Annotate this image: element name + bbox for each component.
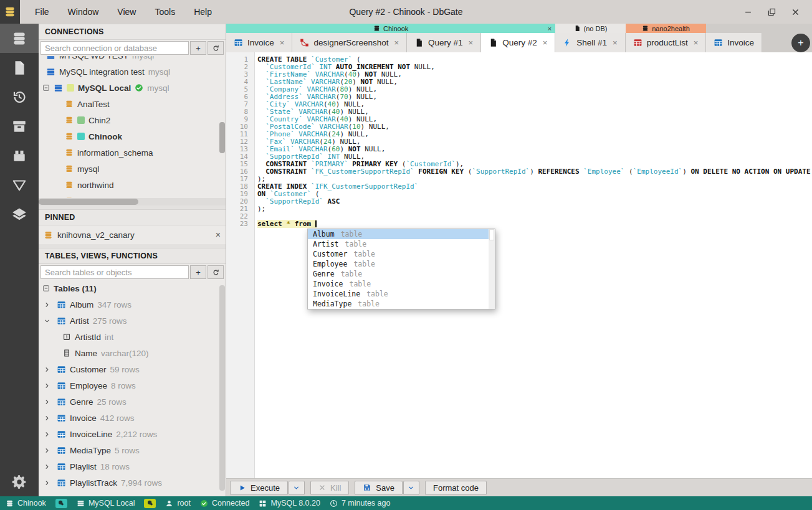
column-list-item[interactable]: Namevarchar(120) [39,345,226,361]
refresh-tables-button[interactable] [208,265,224,279]
table-list-item[interactable]: PlaylistTrack7,994 rows [39,475,226,491]
chevron-right-icon[interactable] [44,463,50,470]
close-tab-button[interactable]: × [469,38,474,47]
database-list-item[interactable]: Chinook [39,128,226,144]
activitybar-item-file[interactable] [0,53,39,82]
menu-window[interactable]: Window [62,4,105,19]
collapse-icon[interactable] [42,84,50,92]
table-list-item[interactable]: MediaType5 rows [39,442,226,458]
pinned-item[interactable]: knihovna_v2_canary × [39,225,226,244]
autocomplete-scrollbar[interactable] [489,229,495,309]
collapse-icon[interactable] [42,285,50,292]
menu-tools[interactable]: Tools [148,4,181,19]
new-tab-button[interactable]: + [791,34,810,52]
close-window-button[interactable] [786,2,805,21]
tab-productlist[interactable]: productList× [626,33,707,52]
tables-group-row[interactable]: Tables (11) [39,280,226,296]
tab-query-1[interactable]: Query #1× [407,33,481,52]
activitybar-item-layers[interactable] [0,199,39,229]
close-tab-button[interactable]: × [543,38,548,47]
close-tab-button[interactable]: × [613,38,618,47]
table-list-item[interactable]: Album347 rows [39,296,226,313]
statusbar-item[interactable]: 7 minutes ago [330,499,391,508]
tab-group-header[interactable]: Chinook× [226,24,555,33]
database-list-item[interactable]: northwind [39,177,226,193]
autocomplete-item[interactable]: MediaTypetable [308,299,489,309]
color-swatch-button[interactable] [55,499,67,508]
sql-editor[interactable]: 1234567891011121314151617181920212223 CR… [226,52,812,478]
color-swatch-button[interactable] [144,499,156,508]
connection-list-item[interactable]: MySQL integration testmysql [39,64,226,80]
statusbar-item[interactable]: root [165,499,191,508]
save-button[interactable]: Save [355,481,403,495]
statusbar-item[interactable]: Chinook [6,499,46,508]
activitybar-item-settings[interactable] [0,467,39,496]
refresh-connections-button[interactable] [208,41,224,55]
close-tab-button[interactable]: × [394,38,399,47]
table-list-item[interactable]: Invoice412 rows [39,410,226,426]
chevron-right-icon[interactable] [44,399,50,405]
connection-list-item[interactable]: MYSQL WD TESTmysql [39,56,226,64]
database-list-item[interactable]: information_schema [39,144,226,161]
autocomplete-item[interactable]: InvoiceLinetable [308,289,489,299]
table-list-item[interactable]: Genre25 rows [39,394,226,410]
menu-view[interactable]: View [111,4,142,19]
unpin-button[interactable]: × [216,230,221,240]
tab-group-header[interactable]: (no DB) [555,24,625,33]
minimize-button[interactable] [738,2,757,21]
tab-invoice[interactable]: Invoice× [226,33,292,52]
tab-query-2[interactable]: Query #2× [481,33,555,52]
chevron-right-icon[interactable] [44,479,50,486]
close-tab-button[interactable]: × [694,38,699,47]
chevron-down-icon[interactable] [44,318,50,324]
table-list-item[interactable]: Artist275 rows [39,313,226,329]
database-list-item[interactable]: performance_schema [39,193,226,198]
chevron-right-icon[interactable] [44,415,50,422]
add-table-button[interactable]: + [190,265,206,279]
activitybar-item-triangle[interactable] [0,170,39,199]
autocomplete-item[interactable]: Invoicetable [308,279,489,289]
format-code-button[interactable]: Format code [425,481,487,495]
tab-group-header[interactable] [706,24,762,33]
statusbar-item[interactable]: MySQL 8.0.20 [259,499,320,508]
tab-group-header[interactable]: nano2health [626,24,707,33]
dropdown-caret-button[interactable] [403,481,419,495]
statusbar-item[interactable]: Connected [200,499,249,508]
connections-hscrollbar[interactable] [39,198,226,205]
tables-vscrollbar[interactable] [219,285,225,491]
database-list-item[interactable]: AnalTest [39,96,226,112]
autocomplete-item[interactable]: Employeetable [308,259,489,269]
database-list-item[interactable]: Chin2 [39,112,226,128]
close-group-button[interactable]: × [548,25,552,32]
activitybar-item-plugins[interactable] [0,141,39,170]
restore-button[interactable] [762,2,781,21]
activitybar-item-history[interactable] [0,82,39,111]
chevron-right-icon[interactable] [44,447,50,454]
close-tab-button[interactable]: × [280,38,285,47]
autocomplete-item[interactable]: Customertable [308,249,489,259]
menu-help[interactable]: Help [188,4,218,19]
statusbar-item[interactable] [144,499,156,508]
connections-vscrollbar[interactable] [219,122,225,153]
statusbar-item[interactable]: MySQL Local [77,499,135,508]
table-list-item[interactable]: Playlist18 rows [39,458,226,475]
table-list-item[interactable]: Customer59 rows [39,361,226,377]
autocomplete-item[interactable]: Albumtable [308,229,489,239]
tab-invoice[interactable]: Invoice [706,33,762,52]
chevron-right-icon[interactable] [44,431,50,438]
tab-designerscreenshot[interactable]: designerScreenshot× [292,33,407,52]
activitybar-item-database[interactable] [0,24,39,53]
chevron-right-icon[interactable] [44,366,50,373]
autocomplete-item[interactable]: Genretable [308,269,489,279]
activitybar-item-archive[interactable] [0,111,39,141]
database-list-item[interactable]: mysql [39,161,226,177]
tab-shell-1[interactable]: Shell #1× [555,33,625,52]
tables-search-input[interactable] [41,265,189,279]
menu-file[interactable]: File [29,4,55,19]
table-list-item[interactable]: Employee8 rows [39,377,226,394]
execute-button[interactable]: Execute [230,481,288,495]
chevron-right-icon[interactable] [44,382,50,389]
autocomplete-item[interactable]: Artisttable [308,239,489,249]
connection-list-item[interactable]: MySQL Localmysql [39,80,226,96]
table-list-item[interactable]: InvoiceLine2,212 rows [39,426,226,442]
